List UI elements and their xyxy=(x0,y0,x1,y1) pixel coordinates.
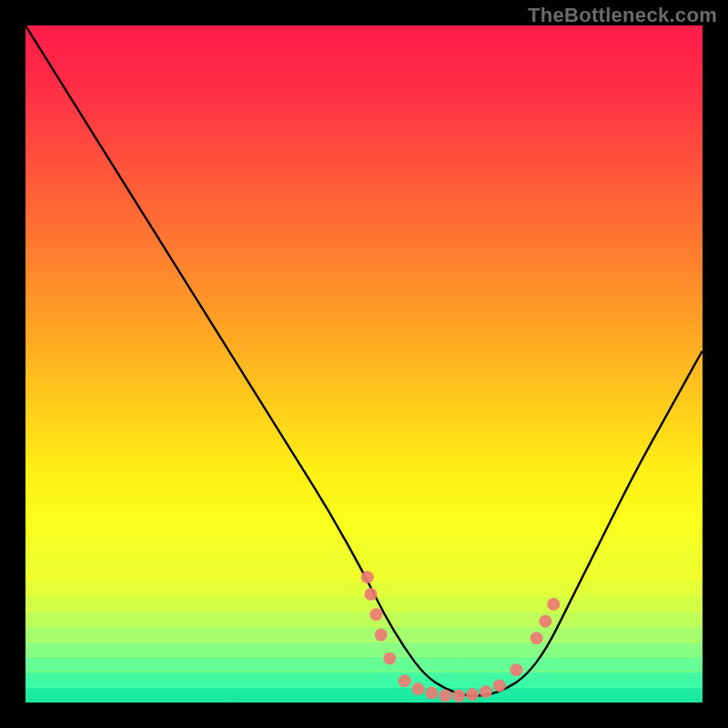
data-marker xyxy=(364,588,377,601)
bottleneck-curve xyxy=(25,25,703,696)
data-marker xyxy=(399,674,411,687)
data-marker xyxy=(452,690,465,703)
data-marker xyxy=(547,598,560,611)
data-marker xyxy=(425,687,438,700)
data-marker xyxy=(531,632,543,644)
chart-frame: TheBottleneck.com xyxy=(0,0,728,728)
plot-area xyxy=(25,25,703,703)
data-marker xyxy=(439,690,451,703)
data-marker xyxy=(383,652,396,665)
marker-group xyxy=(361,571,561,702)
data-marker xyxy=(539,615,551,628)
watermark-text: TheBottleneck.com xyxy=(528,4,717,27)
data-marker xyxy=(375,629,388,642)
curve-layer xyxy=(25,25,703,703)
data-marker xyxy=(480,685,492,698)
data-marker xyxy=(466,688,479,701)
data-marker xyxy=(493,679,506,692)
data-marker xyxy=(369,608,382,621)
data-marker xyxy=(361,571,374,583)
data-marker xyxy=(510,663,522,676)
data-marker xyxy=(412,682,425,695)
